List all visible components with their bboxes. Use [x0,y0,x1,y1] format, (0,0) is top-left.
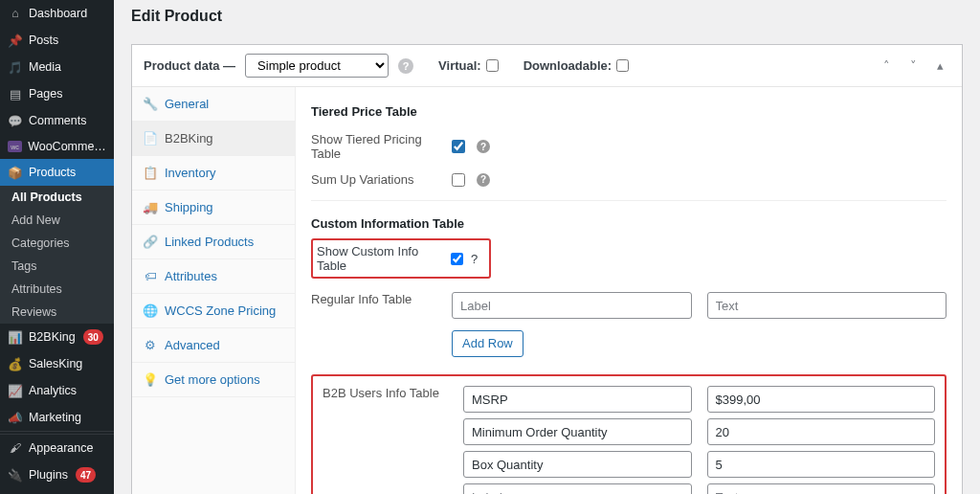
tab-b2bking[interactable]: 📄B2BKing [132,122,295,156]
highlight-show-custom: Show Custom Info Table ? [311,238,491,279]
sidebar-item-label: Marketing [29,411,81,424]
tab-label: Linked Products [165,235,254,249]
tab-linked-products[interactable]: 🔗Linked Products [132,225,295,259]
tab-label: WCCS Zone Pricing [165,303,276,318]
archive-icon: 📦 [8,165,23,180]
info-text-input[interactable] [707,483,936,494]
gear-icon: ⚙ [144,339,157,352]
info-row [463,386,935,413]
info-row [452,292,947,319]
help-icon[interactable]: ? [471,252,478,266]
b2b-info-label: B2B Users Info Table [323,386,452,400]
app-root: ⌂Dashboard 📌Posts 🎵Media ▤Pages 💬Comment… [0,0,980,494]
highlight-b2b-block: B2B Users Info Table [311,374,947,494]
sidebar-sub-categories[interactable]: Categories [0,232,114,255]
file-icon: 📄 [144,132,157,146]
tab-panel-b2bking: Tiered Price Table Show Tiered Pricing T… [296,87,962,494]
sidebar-item-label: Dashboard [29,7,87,20]
product-type-select[interactable]: Simple product [245,54,389,78]
product-data-tabs: 🔧General 📄B2BKing 📋Inventory 🚚Shipping 🔗… [132,87,296,494]
sidebar-sub-reviews[interactable]: Reviews [0,301,114,324]
show-tiered-label: Show Tiered Pricing Table [311,132,440,161]
sum-up-label: Sum Up Variations [311,172,440,187]
show-tiered-checkbox[interactable] [452,140,465,153]
sidebar-item-media[interactable]: 🎵Media [0,54,114,80]
show-custom-checkbox[interactable] [451,253,463,265]
info-label-input[interactable] [452,292,692,319]
chevron-up-icon[interactable]: ˄ [876,56,897,77]
sidebar-sub-tags[interactable]: Tags [0,255,114,278]
sidebar-item-products[interactable]: 📦Products [0,159,114,186]
show-custom-label: Show Custom Info Table [317,244,443,273]
tab-label: Attributes [165,269,217,283]
sum-up-checkbox[interactable] [452,173,465,187]
marketing-icon: 📣 [8,410,23,425]
plugins-icon: 🔌 [8,467,23,483]
globe-icon: 🌐 [144,304,157,318]
sidebar-item-label: Appearance [29,441,93,455]
tab-general[interactable]: 🔧General [132,87,295,122]
sidebar-item-b2bking[interactable]: 📊B2BKing30 [0,324,114,350]
virtual-checkbox[interactable] [486,59,499,72]
sidebar-item-appearance[interactable]: 🖌Appearance [0,435,114,461]
sidebar-item-analytics[interactable]: 📈Analytics [0,377,114,404]
woo-icon: wc [8,141,22,152]
help-icon[interactable]: ? [398,58,413,74]
info-label-input[interactable] [463,451,692,478]
virtual-label: Virtual: [438,58,481,73]
sidebar-item-posts[interactable]: 📌Posts [0,27,114,54]
sidebar-item-label: SalesKing [29,357,82,370]
info-text-input[interactable] [707,451,936,478]
sidebar-item-label: Posts [29,34,58,47]
sidebar-item-label: Media [29,60,61,74]
tab-attributes[interactable]: 🏷Attributes [132,259,295,294]
info-row [463,451,935,478]
sidebar-item-dashboard[interactable]: ⌂Dashboard [0,0,114,27]
sidebar-item-comments[interactable]: 💬Comments [0,107,114,134]
sidebar-item-pages[interactable]: ▤Pages [0,80,114,107]
sidebar-item-plugins[interactable]: 🔌Plugins47 [0,461,114,488]
help-icon[interactable]: ? [477,140,490,153]
sidebar-item-label: Comments [29,114,86,127]
info-text-input[interactable] [707,292,947,319]
sidebar-item-users[interactable]: 👤Users [0,488,114,494]
info-label-input[interactable] [463,386,692,413]
regular-info-fields: Add Row [452,292,947,357]
pin-icon: 📌 [8,33,23,48]
info-label-input[interactable] [463,483,692,494]
b2b-icon: 📊 [8,329,23,345]
tab-get-more-options[interactable]: 💡Get more options [132,363,295,397]
help-icon[interactable]: ? [477,173,490,187]
sidebar-item-salesking[interactable]: 💰SalesKing [0,350,114,377]
sidebar-sub-attributes[interactable]: Attributes [0,278,114,301]
sidebar-item-woocommerce[interactable]: wcWooCommerce [0,134,114,159]
info-row [463,483,935,494]
tag-icon: 🏷 [144,270,157,283]
chevron-down-icon[interactable]: ˅ [902,56,924,77]
sidebar-item-label: Plugins [29,468,68,482]
info-row [463,418,935,445]
b2b-info-fields: Add Row [463,386,935,494]
info-label-input[interactable] [463,418,692,445]
product-data-title: Product data — [144,58,235,73]
downloadable-checkbox[interactable] [616,59,629,72]
tab-advanced[interactable]: ⚙Advanced [132,328,295,363]
tab-inventory[interactable]: 📋Inventory [132,156,295,191]
add-row-button[interactable]: Add Row [452,330,523,357]
tab-label: Shipping [165,200,213,214]
downloadable-label: Downloadable: [523,58,612,73]
tab-shipping[interactable]: 🚚Shipping [132,191,295,225]
sidebar-submenu-products: All Products Add New Categories Tags Att… [0,186,114,324]
sum-up-row: Sum Up Variations ? [311,167,947,192]
wrench-icon: 🔧 [144,98,157,111]
sales-icon: 💰 [8,356,23,371]
tab-wccs-zone-pricing[interactable]: 🌐WCCS Zone Pricing [132,294,295,328]
info-text-input[interactable] [707,386,936,413]
info-text-input[interactable] [707,418,936,445]
sidebar-item-label: Pages [29,87,62,101]
expand-icon[interactable]: ▴ [929,56,950,77]
tab-label: Get more options [165,372,260,387]
sidebar-sub-add-new[interactable]: Add New [0,209,114,232]
sidebar-sub-all-products[interactable]: All Products [0,186,114,209]
sidebar-item-marketing[interactable]: 📣Marketing [0,404,114,431]
